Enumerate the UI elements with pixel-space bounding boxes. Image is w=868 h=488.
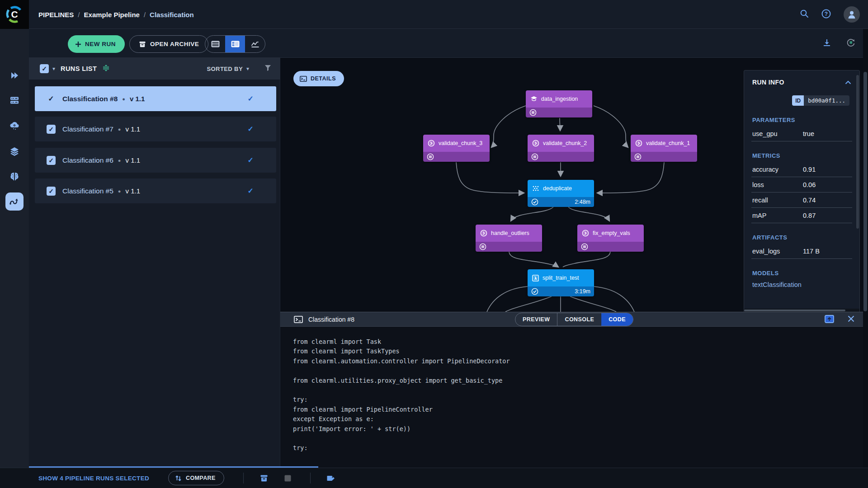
window-vertical-scrollbar[interactable] — [863, 29, 868, 468]
close-icon[interactable] — [848, 315, 854, 324]
completed-status-icon — [531, 198, 538, 206]
sidebar-item-models[interactable] — [0, 172, 29, 182]
layers-icon — [9, 146, 19, 156]
open-archive-label: OPEN ARCHIVE — [150, 41, 199, 47]
sidebar-item-datasets[interactable] — [0, 146, 29, 156]
view-toggle-split[interactable] — [225, 36, 245, 52]
details-button[interactable]: DETAILS — [293, 71, 344, 86]
run-row[interactable]: ✓ Classification #7 ● v 1.1 ✓ — [35, 117, 276, 141]
metric-label: loss — [752, 181, 803, 188]
node-label: deduplicate — [543, 185, 572, 192]
download-icon[interactable] — [823, 38, 831, 48]
graph-node-validate-chunk-2[interactable]: validate_chunk_2 — [528, 135, 594, 162]
breadcrumb-section[interactable]: PIPELINES — [38, 11, 74, 19]
user-avatar[interactable] — [844, 6, 860, 23]
status-check-icon: ✓ — [248, 156, 254, 164]
graph-node-deduplicate[interactable]: deduplicate 2:48m — [528, 180, 594, 207]
view-toggle-table[interactable] — [205, 36, 225, 52]
run-checkbox[interactable]: ✓ — [47, 156, 56, 165]
panel-vertical-scrollbar[interactable] — [856, 75, 859, 229]
clearml-logo[interactable]: C — [0, 0, 29, 29]
select-all-checkbox[interactable]: ✓ — [40, 64, 49, 73]
step-icon — [635, 140, 642, 147]
divider — [751, 258, 852, 259]
graph-node-handle-outliers[interactable]: handle_outliers — [476, 225, 542, 252]
id-label: ID — [792, 95, 804, 106]
sidebar-item-pipelines[interactable] — [5, 192, 24, 211]
runs-list-scrollbar[interactable] — [29, 466, 318, 468]
view-toggle-group — [205, 35, 265, 53]
selection-count-label[interactable]: SHOW 4 PIPELINE RUNS SELECTED — [38, 475, 149, 482]
brain-icon — [9, 172, 20, 182]
metric-label: accuracy — [752, 166, 803, 173]
bullet-icon: ● — [118, 127, 121, 132]
graph-node-validate-chunk-1[interactable]: validate_chunk_1 — [631, 135, 697, 162]
auto-refresh-icon[interactable] — [846, 38, 855, 49]
runs-list-header: ✓ ▾ RUNS LIST SORTED BY ▾ — [29, 58, 280, 80]
cached-status-icon — [634, 153, 642, 160]
graph-node-split-train-test[interactable]: λ split_train_test 3:19m — [528, 269, 594, 296]
sorted-by-label[interactable]: SORTED BY — [207, 66, 243, 72]
step-icon — [532, 140, 539, 147]
tab-preview[interactable]: PREVIEW — [515, 313, 557, 326]
open-archive-button[interactable]: OPEN ARCHIVE — [129, 35, 208, 53]
run-row[interactable]: ✓ Classification #6 ● v 1.1 ✓ — [35, 148, 276, 173]
divider — [310, 473, 311, 483]
run-checkbox[interactable]: ✓ — [47, 187, 56, 196]
code-viewer[interactable]: from clearml import Task from clearml im… — [293, 337, 510, 453]
run-info-title: RUN INFO — [752, 79, 784, 86]
artifact-label: eval_logs — [752, 248, 803, 255]
run-version: v 1.1 — [126, 125, 141, 133]
collapse-panel-icon[interactable] — [845, 78, 851, 86]
metric-value: 0.74 — [803, 197, 816, 204]
bullet-icon: ● — [118, 158, 121, 163]
run-id-chip[interactable]: ID bd00a0f1... — [792, 95, 849, 106]
view-toggle-metrics[interactable] — [245, 36, 265, 52]
run-info-panel: RUN INFO ID bd00a0f1... PARAMETERS use_g… — [744, 70, 860, 313]
model-link[interactable]: textClassification — [752, 281, 851, 288]
metric-value: 0.91 — [803, 166, 816, 173]
details-tabs: PREVIEW CONSOLE CODE — [515, 313, 633, 326]
help-icon[interactable]: ? — [821, 9, 831, 20]
expand-rows-icon[interactable] — [102, 64, 110, 74]
new-run-button[interactable]: NEW RUN — [68, 35, 125, 53]
sorted-by-caret-icon[interactable]: ▾ — [246, 66, 249, 72]
step-icon — [480, 230, 487, 237]
graph-node-validate-chunk-3[interactable]: validate_chunk_3 — [423, 135, 490, 162]
node-label: validate_chunk_2 — [543, 140, 587, 146]
tag-icon[interactable] — [327, 475, 335, 482]
cached-status-icon — [427, 153, 434, 160]
node-label: handle_outliers — [491, 230, 529, 236]
parameters-section-title: PARAMETERS — [752, 117, 851, 123]
compare-button[interactable]: COMPARE — [168, 471, 224, 485]
node-label: validate_chunk_3 — [439, 140, 482, 146]
metric-value: 0.06 — [803, 181, 816, 188]
artifacts-section-title: ARTIFACTS — [752, 234, 851, 241]
sidebar-item-autoscalers[interactable] — [0, 120, 29, 131]
run-name: Classification #6 — [62, 156, 113, 164]
metric-row: loss 0.06 — [752, 177, 851, 192]
run-row[interactable]: ✓ Classification #8 ● v 1.1 ✓ — [35, 86, 276, 111]
graph-node-data-ingestion[interactable]: data_ingestion — [526, 90, 592, 117]
archive-icon[interactable] — [260, 474, 268, 482]
tab-code[interactable]: CODE — [601, 313, 633, 326]
details-bottom-panel: Classification #8 PREVIEW CONSOLE CODE f… — [280, 312, 868, 468]
sidebar-item-workers-queues[interactable] — [0, 95, 29, 105]
search-icon[interactable] — [800, 9, 809, 20]
open-in-window-icon[interactable] — [825, 315, 834, 325]
breadcrumb-project[interactable]: Example Pipeline — [84, 11, 140, 19]
filter-icon[interactable] — [264, 65, 271, 73]
bullet-icon: ● — [122, 96, 125, 102]
sidebar-item-projects[interactable] — [0, 70, 29, 80]
select-all-caret-icon[interactable]: ▾ — [52, 66, 55, 72]
parameter-row: use_gpu true — [752, 126, 851, 141]
run-name: Classification #5 — [62, 187, 113, 195]
divider — [751, 141, 852, 141]
tab-console[interactable]: CONSOLE — [557, 313, 602, 326]
check-icon[interactable]: ✓ — [47, 94, 56, 103]
graph-node-fix-empty-vals[interactable]: fix_empty_vals — [577, 225, 644, 252]
details-panel-title: Classification #8 — [308, 316, 354, 323]
selection-footer: SHOW 4 PIPELINE RUNS SELECTED COMPARE — [0, 468, 868, 488]
run-checkbox[interactable]: ✓ — [47, 125, 56, 134]
run-row[interactable]: ✓ Classification #5 ● v 1.1 ✓ — [35, 178, 276, 203]
